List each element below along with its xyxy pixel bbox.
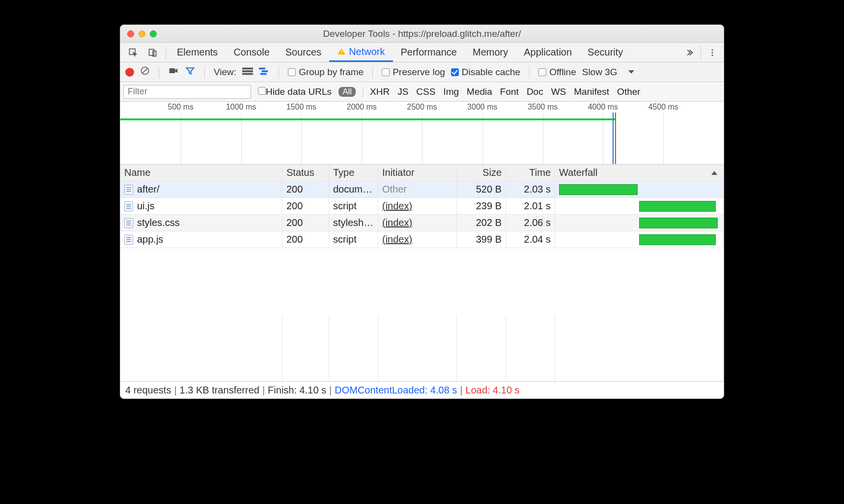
col-type[interactable]: Type [329, 165, 378, 181]
status-cell: 200 [282, 181, 329, 198]
filter-type-all[interactable]: All [338, 87, 356, 97]
capture-screenshots-icon[interactable] [168, 66, 179, 78]
devtools-window: Developer Tools - https://preload.glitch… [120, 25, 724, 399]
separator [701, 46, 701, 59]
table-row[interactable]: ui.js200script(index)239 B2.01 s [120, 198, 724, 215]
svg-rect-1 [149, 49, 154, 56]
filter-type-xhr[interactable]: XHR [370, 86, 390, 97]
timeline-overview[interactable]: 500 ms1000 ms1500 ms2000 ms2500 ms3000 m… [120, 102, 724, 165]
status-cell: 200 [282, 215, 329, 231]
file-icon [124, 185, 133, 195]
status-cell: 200 [282, 231, 329, 248]
filter-type-doc[interactable]: Doc [527, 86, 543, 97]
filter-type-img[interactable]: Img [443, 86, 459, 97]
timeline-label: 1000 ms [226, 103, 256, 112]
throttling-value: Slow 3G [582, 67, 618, 78]
col-initiator[interactable]: Initiator [378, 165, 457, 181]
name-cell: app.js [120, 231, 282, 248]
filter-input[interactable] [123, 85, 251, 99]
tab-security[interactable]: Security [580, 43, 631, 62]
record-icon[interactable] [125, 68, 134, 77]
status-requests: 4 requests [125, 385, 171, 396]
svg-rect-3 [341, 51, 342, 53]
preserve-log-label: Preserve log [393, 67, 445, 78]
svg-rect-11 [242, 70, 253, 72]
name-cell: styles.css [120, 215, 282, 231]
file-icon [124, 218, 133, 228]
close-icon[interactable] [127, 30, 134, 37]
initiator-cell: Other [378, 181, 457, 198]
name-cell: ui.js [120, 198, 282, 215]
table-row[interactable]: styles.css200stylesh…(index)202 B2.06 s [120, 215, 724, 231]
chevron-down-icon [628, 70, 634, 74]
filter-type-media[interactable]: Media [467, 86, 492, 97]
filter-bar: Hide data URLs All XHRJSCSSImgMediaFontD… [120, 82, 724, 102]
tab-memory[interactable]: Memory [465, 43, 516, 62]
timeline-label: 4000 ms [588, 103, 618, 112]
filter-type-css[interactable]: CSS [416, 86, 435, 97]
filter-type-ws[interactable]: WS [551, 86, 566, 97]
offline-label: Offline [549, 67, 576, 78]
filter-type-js[interactable]: JS [397, 86, 408, 97]
waterfall-cell [555, 215, 724, 231]
status-cell: 200 [282, 198, 329, 215]
device-toolbar-icon[interactable] [143, 43, 163, 62]
svg-rect-10 [242, 67, 253, 69]
table-row[interactable]: app.js200script(index)399 B2.04 s [120, 231, 724, 248]
col-name[interactable]: Name [120, 165, 282, 181]
initiator-cell: (index) [378, 198, 457, 215]
timeline-label: 2000 ms [347, 103, 377, 112]
waterfall-view-icon[interactable] [259, 67, 270, 78]
svg-point-5 [712, 49, 713, 51]
preserve-log-checkbox[interactable]: Preserve log [382, 67, 445, 78]
separator [159, 66, 159, 78]
filter-type-manifest[interactable]: Manifest [574, 86, 609, 97]
tab-application[interactable]: Application [516, 43, 580, 62]
filter-type-font[interactable]: Font [500, 86, 519, 97]
filter-toggle-icon[interactable] [185, 66, 196, 78]
minimize-icon[interactable] [139, 30, 145, 37]
col-waterfall[interactable]: Waterfall [555, 165, 724, 181]
tab-elements[interactable]: Elements [169, 43, 225, 62]
offline-checkbox[interactable]: Offline [538, 67, 576, 78]
size-cell: 202 B [457, 215, 506, 231]
large-rows-icon[interactable] [242, 67, 253, 78]
hide-data-urls-checkbox[interactable]: Hide data URLs [258, 86, 332, 97]
timeline-label: 2500 ms [407, 103, 437, 112]
timeline-label: 3500 ms [528, 103, 558, 112]
tab-network[interactable]: Network [329, 43, 393, 62]
file-icon [124, 201, 133, 211]
svg-rect-9 [169, 68, 175, 73]
zoom-icon[interactable] [150, 30, 157, 37]
tab-console[interactable]: Console [225, 43, 277, 62]
status-transferred: 1.3 KB transferred [180, 385, 259, 396]
disable-cache-checkbox[interactable]: Disable cache [451, 67, 520, 78]
separator [529, 66, 530, 78]
more-options-icon[interactable] [704, 43, 721, 62]
col-status[interactable]: Status [282, 165, 329, 181]
size-cell: 520 B [457, 181, 506, 198]
dcl-marker [613, 112, 614, 164]
type-cell: script [329, 231, 378, 248]
col-size[interactable]: Size [457, 165, 506, 181]
status-load: Load: 4.10 s [466, 385, 520, 396]
col-time[interactable]: Time [506, 165, 555, 181]
overflow-tabs-icon[interactable] [681, 43, 698, 62]
group-by-frame-checkbox[interactable]: Group by frame [288, 67, 364, 78]
svg-rect-13 [259, 67, 265, 69]
tab-performance[interactable]: Performance [393, 43, 465, 62]
network-toolbar: View: Group by frame Preserve log Disabl… [120, 62, 724, 82]
svg-point-7 [712, 54, 713, 56]
timeline-label: 500 ms [168, 103, 194, 112]
timeline-activity-bar [120, 118, 615, 120]
view-label: View: [214, 67, 236, 78]
clear-icon[interactable] [140, 66, 150, 78]
svg-rect-4 [341, 53, 342, 54]
tab-sources[interactable]: Sources [278, 43, 329, 62]
separator [279, 66, 279, 78]
throttling-select[interactable]: Slow 3G [582, 67, 634, 78]
separator [363, 86, 363, 97]
table-row[interactable]: after/200docum…Other520 B2.03 s [120, 181, 724, 198]
filter-type-other[interactable]: Other [617, 86, 641, 97]
inspect-element-icon[interactable] [123, 43, 143, 62]
